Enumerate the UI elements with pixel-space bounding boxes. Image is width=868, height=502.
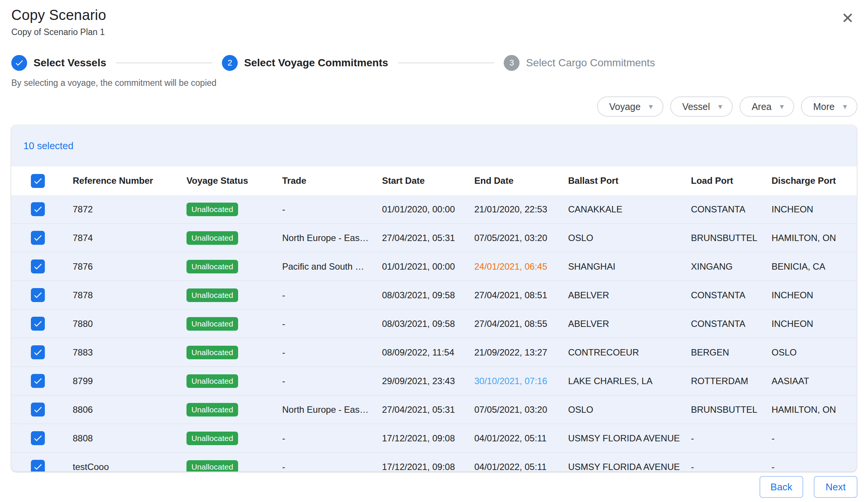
select-all-cell — [11, 174, 73, 188]
status-badge: Unallocated — [186, 432, 238, 445]
start-date-cell: 17/12/2021, 09:08 — [382, 462, 474, 472]
load-port-cell: BERGEN — [691, 347, 772, 358]
ballast-port-cell: CANAKKALE — [568, 204, 691, 215]
step-select-cargo-commitments[interactable]: 3Select Cargo Commitments — [504, 55, 655, 71]
load-port-cell: - — [691, 462, 772, 472]
step-number-circle: 3 — [504, 55, 520, 71]
load-port-cell: CONSTANTA — [691, 290, 772, 301]
reference-number-cell: testCooo — [73, 462, 186, 472]
row-checkbox-cell — [11, 317, 73, 331]
row-checkbox-cell — [11, 288, 73, 302]
row-checkbox[interactable] — [31, 202, 45, 216]
status-badge: Unallocated — [186, 403, 238, 417]
discharge-port-cell: INCHEON — [772, 204, 857, 215]
table-header-row: Reference NumberVoyage StatusTradeStart … — [11, 166, 857, 195]
discharge-port-cell: HAMILTON, ON — [772, 233, 857, 243]
status-badge: Unallocated — [186, 231, 238, 245]
start-date-cell: 08/03/2021, 09:58 — [382, 319, 474, 329]
row-checkbox-cell — [11, 431, 73, 445]
trade-cell: - — [282, 462, 382, 472]
check-icon — [33, 376, 43, 386]
stepper: Select Vessels2Select Voyage Commitments… — [11, 54, 857, 72]
load-port-cell: BRUNSBUTTEL — [691, 404, 772, 415]
check-icon — [33, 433, 43, 443]
step-label: Select Cargo Commitments — [526, 57, 655, 69]
start-date-cell: 29/09/2021, 23:43 — [382, 376, 474, 386]
next-button[interactable]: Next — [814, 476, 857, 498]
end-date-cell: 30/10/2021, 07:16 — [474, 376, 568, 386]
row-checkbox-cell — [11, 231, 73, 245]
filter-voyage-button[interactable]: Voyage▾ — [597, 96, 663, 117]
discharge-port-cell: INCHEON — [772, 319, 857, 329]
discharge-port-cell: HAMILTON, ON — [772, 404, 857, 415]
reference-number-cell: 8806 — [73, 404, 186, 415]
step-label: Select Vessels — [34, 57, 106, 69]
row-checkbox-cell — [11, 345, 73, 359]
row-checkbox[interactable] — [31, 288, 45, 302]
row-checkbox[interactable] — [31, 317, 45, 331]
copy-scenario-dialog: Copy Scenario Copy of Scenario Plan 1 ✕ … — [0, 0, 868, 502]
reference-number-cell: 7872 — [73, 204, 186, 215]
filter-area-button[interactable]: Area▾ — [740, 96, 794, 117]
ballast-port-cell: OSLO — [568, 233, 691, 243]
close-button[interactable]: ✕ — [838, 8, 857, 28]
chevron-down-icon: ▾ — [780, 102, 784, 111]
selection-banner: 10 selected — [11, 125, 857, 166]
reference-number-cell: 7880 — [73, 319, 186, 329]
trade-cell: - — [282, 319, 382, 329]
trade-cell: - — [282, 433, 382, 444]
voyage-status-cell: Unallocated — [186, 346, 282, 359]
stepper-hint: By selecting a voyage, the commitment wi… — [11, 78, 857, 88]
end-date-cell: 27/04/2021, 08:55 — [474, 319, 568, 329]
check-icon — [33, 462, 43, 471]
chevron-down-icon: ▾ — [718, 102, 723, 111]
chevron-down-icon: ▾ — [843, 102, 847, 111]
discharge-port-cell: - — [772, 462, 857, 472]
trade-cell: - — [282, 347, 382, 358]
table-row: 7878Unallocated-08/03/2021, 09:5827/04/2… — [11, 281, 857, 310]
voyage-status-cell: Unallocated — [186, 288, 282, 302]
back-button[interactable]: Back — [760, 476, 803, 498]
voyage-commitments-panel: 10 selected Reference NumberVoyage Statu… — [11, 125, 857, 471]
chevron-down-icon: ▾ — [649, 102, 653, 111]
discharge-port-cell: AASIAAT — [772, 376, 857, 386]
load-port-cell: CONSTANTA — [691, 204, 772, 215]
discharge-port-cell: - — [772, 433, 857, 444]
voyage-status-cell: Unallocated — [186, 260, 282, 273]
row-checkbox-cell — [11, 202, 73, 216]
load-port-cell: XINGANG — [691, 261, 772, 272]
column-header-discharge-port: Discharge Port — [772, 175, 857, 186]
table-body: 7872Unallocated-01/01/2020, 00:0021/01/2… — [11, 195, 857, 471]
column-header-reference-number: Reference Number — [73, 175, 186, 186]
trade-cell: Pacific and South … — [282, 261, 382, 272]
voyage-status-cell: Unallocated — [186, 460, 282, 472]
check-icon — [33, 204, 43, 214]
row-checkbox[interactable] — [31, 403, 45, 417]
step-select-vessels[interactable]: Select Vessels — [11, 55, 106, 71]
column-header-load-port: Load Port — [691, 175, 772, 186]
row-checkbox[interactable] — [31, 460, 45, 471]
voyage-status-cell: Unallocated — [186, 374, 282, 388]
start-date-cell: 01/01/2020, 00:00 — [382, 204, 474, 215]
row-checkbox[interactable] — [31, 431, 45, 445]
end-date-cell: 27/04/2021, 08:51 — [474, 290, 568, 301]
filter-more-button[interactable]: More▾ — [801, 96, 857, 117]
start-date-cell: 08/03/2021, 09:58 — [382, 290, 474, 301]
voyage-status-cell: Unallocated — [186, 403, 282, 417]
selected-count: 10 selected — [23, 140, 73, 152]
load-port-cell: CONSTANTA — [691, 319, 772, 329]
reference-number-cell: 7876 — [73, 261, 186, 272]
start-date-cell: 08/09/2022, 11:54 — [382, 347, 474, 358]
step-select-voyage-commitments[interactable]: 2Select Voyage Commitments — [222, 55, 388, 71]
trade-cell: North Europe - Eas… — [282, 233, 382, 243]
column-header-start-date: Start Date — [382, 175, 474, 186]
row-checkbox[interactable] — [31, 345, 45, 359]
start-date-cell: 27/04/2021, 05:31 — [382, 233, 474, 243]
row-checkbox[interactable] — [31, 231, 45, 245]
row-checkbox[interactable] — [31, 374, 45, 388]
ballast-port-cell: CONTRECOEUR — [568, 347, 691, 358]
start-date-cell: 01/01/2021, 00:00 — [382, 261, 474, 272]
row-checkbox[interactable] — [31, 259, 45, 273]
select-all-checkbox[interactable] — [31, 174, 45, 188]
filter-vessel-button[interactable]: Vessel▾ — [670, 96, 733, 117]
